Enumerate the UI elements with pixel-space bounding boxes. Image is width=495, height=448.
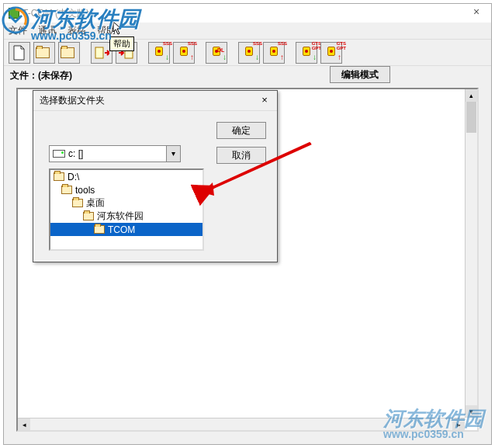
window-title: T-COM (中文版) xyxy=(22,7,89,20)
menu-comm[interactable]: 通讯 xyxy=(38,24,57,37)
scroll-down-icon[interactable]: ▾ xyxy=(466,405,477,418)
menubar: 文件 通讯 表格 帮助 帮助 xyxy=(4,23,491,40)
menu-help[interactable]: 帮助 xyxy=(97,24,116,37)
dialog-close-icon[interactable]: × xyxy=(257,94,272,108)
instrument-dl-button[interactable]: DL↓ xyxy=(206,42,227,64)
scroll-right-icon[interactable]: ▸ xyxy=(452,418,465,430)
drive-label: c: [] xyxy=(68,148,83,159)
cancel-button[interactable]: 取消 xyxy=(216,147,266,164)
titlebar: T-COM (中文版) × xyxy=(4,4,491,23)
ok-button[interactable]: 确定 xyxy=(216,122,266,139)
svg-rect-0 xyxy=(95,47,103,58)
tree-item[interactable]: TCOM xyxy=(50,223,202,236)
dialog-title: 选择数据文件夹 xyxy=(40,94,105,107)
folder-icon xyxy=(83,212,94,221)
tree-item[interactable]: tools xyxy=(50,183,202,196)
drive-icon xyxy=(53,150,65,158)
instrument-sss-upload2-button[interactable]: SSS↑ xyxy=(263,42,285,64)
open-button[interactable] xyxy=(33,42,55,64)
tree-item[interactable]: 桌面 xyxy=(50,196,202,210)
folder-icon xyxy=(72,199,83,207)
instrument-sss-download-button[interactable]: SSS↓ xyxy=(148,42,170,64)
menu-table[interactable]: 表格 xyxy=(68,24,86,37)
scroll-up-icon[interactable]: ▴ xyxy=(466,89,477,102)
new-button[interactable] xyxy=(9,42,30,64)
toolbar: SSS↓ SSS↑ DL↓ SSS↓ SSS↑ GTSGPT↓ GTSGPT↑ xyxy=(4,40,491,66)
scroll-left-icon[interactable]: ◂ xyxy=(18,418,30,430)
folder-icon xyxy=(94,225,105,234)
file-status: (未保存) xyxy=(38,69,72,82)
tree-item-label: TCOM xyxy=(108,224,135,235)
close-icon[interactable]: × xyxy=(465,5,488,19)
tree-item-label: tools xyxy=(75,185,95,196)
app-icon xyxy=(9,8,19,19)
dialog-titlebar: 选择数据文件夹 × xyxy=(33,91,277,111)
tree-item-label: 河东软件园 xyxy=(97,210,144,223)
vertical-scrollbar[interactable]: ▴ ▾ xyxy=(465,89,477,418)
folder-tree[interactable]: D:\tools桌面河东软件园TCOM xyxy=(49,168,204,251)
instrument-gts-upload-button[interactable]: GTSGPT↑ xyxy=(320,42,342,64)
tree-item-label: 桌面 xyxy=(86,196,105,210)
tree-item[interactable]: 河东软件园 xyxy=(50,210,202,223)
instrument-sss-download2-button[interactable]: SSS↓ xyxy=(238,42,260,64)
tree-item-label: D:\ xyxy=(68,172,79,182)
tooltip: 帮助 xyxy=(109,36,134,51)
filebar: 文件： (未保存) 编辑模式 xyxy=(4,66,491,85)
scroll-thumb[interactable] xyxy=(466,102,476,133)
instrument-sss-upload-button[interactable]: SSS↑ xyxy=(173,42,195,64)
folder-icon xyxy=(61,186,72,194)
instrument-gts-download-button[interactable]: GTSGPT↓ xyxy=(296,42,317,64)
file-label: 文件： xyxy=(10,69,38,82)
menu-file[interactable]: 文件 xyxy=(9,24,27,37)
drive-select[interactable]: c: [] ▾ xyxy=(49,145,181,162)
tree-item[interactable]: D:\ xyxy=(50,170,202,183)
save-button[interactable] xyxy=(58,42,80,64)
edit-mode-button[interactable]: 编辑模式 xyxy=(330,66,390,83)
dropdown-icon[interactable]: ▾ xyxy=(166,146,180,161)
folder-icon xyxy=(54,172,64,181)
folder-dialog: 选择数据文件夹 × 确定 取消 c: [] ▾ D:\tools桌面河东软件园T… xyxy=(33,90,278,262)
horizontal-scrollbar[interactable]: ◂ ▸ xyxy=(18,418,465,430)
